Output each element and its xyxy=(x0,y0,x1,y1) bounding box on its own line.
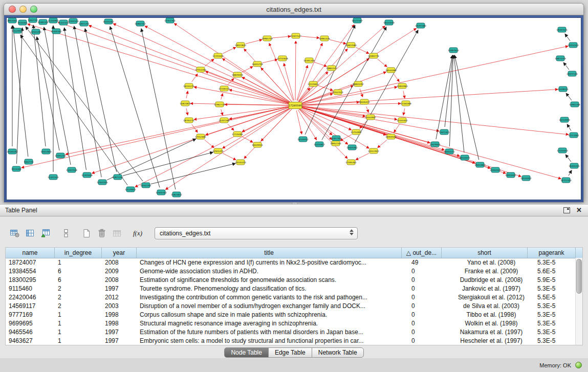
graph-node[interactable]: 14850963 xyxy=(397,83,408,89)
graph-node[interactable]: 16961426 xyxy=(319,36,330,41)
graph-node[interactable]: 11007547 xyxy=(290,33,301,38)
graph-node[interactable]: 15823584 xyxy=(345,42,357,48)
network-canvas[interactable]: 1724004615824871161552751755430012201637… xyxy=(6,17,581,200)
graph-node[interactable]: 12201638 xyxy=(81,172,93,178)
graph-node[interactable]: 15505163 xyxy=(156,190,167,195)
import-table-icon[interactable] xyxy=(39,227,52,240)
graph-node[interactable]: 15457404 xyxy=(331,136,342,141)
graph-node[interactable]: 13220651 xyxy=(308,81,319,86)
graph-node[interactable]: 13754902 xyxy=(351,129,362,135)
tab-node-table[interactable]: Node Table xyxy=(224,347,269,358)
graph-node[interactable]: 20072116 xyxy=(567,71,578,76)
table-row[interactable]: 1938455462009Genome-wide association stu… xyxy=(6,267,582,276)
column-header-year[interactable]: year xyxy=(102,248,137,258)
graph-node[interactable]: 15544402 xyxy=(397,118,408,123)
graph-node[interactable]: 12962722 xyxy=(214,102,225,107)
graph-node[interactable]: 17671421 xyxy=(439,129,450,135)
graph-node[interactable]: 19344541 xyxy=(490,167,501,172)
graph-node[interactable]: 15145012 xyxy=(297,137,309,142)
graph-node[interactable]: 12504104 xyxy=(68,18,79,24)
graph-node[interactable]: 16959503 xyxy=(385,134,397,139)
graph-node[interactable]: 14502290 xyxy=(30,29,41,34)
graph-node[interactable]: 18439551 xyxy=(252,142,263,147)
table-row[interactable]: 2242004622012Investigating the contribut… xyxy=(6,293,582,302)
graph-node[interactable]: 16046413 xyxy=(359,99,370,104)
graph-node[interactable]: 17726384 xyxy=(232,132,243,137)
graph-node[interactable]: 9462734 xyxy=(24,159,34,164)
graph-node[interactable]: 11250904 xyxy=(48,18,59,23)
graph-node[interactable]: 9155262 xyxy=(18,20,28,25)
merge-table-icon[interactable] xyxy=(111,227,124,240)
graph-node[interactable]: 17095461 xyxy=(345,160,357,165)
graph-node[interactable]: 14502291 xyxy=(140,183,151,188)
graph-node[interactable]: 18444105 xyxy=(569,163,580,168)
graph-node[interactable]: 13129931 xyxy=(12,28,23,33)
graph-node[interactable]: 8852461 xyxy=(8,18,17,23)
graph-node[interactable]: 19487624 xyxy=(448,48,459,53)
network-graph[interactable]: 1724004615824871161552751755430012201637… xyxy=(6,17,581,200)
graph-node[interactable]: 20438531 xyxy=(557,86,569,92)
graph-node[interactable]: 17113061 xyxy=(568,133,579,138)
close-window-button[interactable] xyxy=(9,6,16,13)
graph-node[interactable]: 18044172 xyxy=(444,149,455,154)
table-row[interactable]: 977716911998Corpus callosum shape and si… xyxy=(6,311,582,319)
graph-node[interactable]: 12925375 xyxy=(212,148,224,154)
graph-node[interactable]: 17210043 xyxy=(557,148,568,153)
graph-node[interactable]: 17246123 xyxy=(219,86,230,91)
graph-node[interactable]: 16055709 xyxy=(252,61,263,67)
graph-node[interactable]: 14512922 xyxy=(368,148,379,154)
graph-node[interactable]: 18172197 xyxy=(352,18,363,23)
graph-node[interactable]: 10391209 xyxy=(303,58,315,63)
graph-node[interactable]: 20145052 xyxy=(520,176,532,181)
graph-node[interactable]: 9462733 xyxy=(28,17,38,23)
graph-node[interactable]: 20160252 xyxy=(7,149,18,154)
window-titlebar[interactable]: citations_edges.txt xyxy=(4,3,584,15)
graph-node[interactable]: 9155260 xyxy=(12,166,21,171)
graph-node[interactable]: 15505162 xyxy=(51,29,62,34)
show-columns-icon[interactable] xyxy=(24,227,37,240)
delete-table-icon[interactable] xyxy=(95,227,108,240)
graph-node[interactable]: 18243039 xyxy=(383,20,395,25)
new-table-icon[interactable] xyxy=(80,227,93,240)
graph-node[interactable]: 12504105 xyxy=(97,180,108,185)
graph-node[interactable]: 10381209 xyxy=(37,19,49,25)
table-row[interactable]: 969969511998Structural magnetic resonanc… xyxy=(6,319,582,328)
graph-node[interactable]: 18844292 xyxy=(353,81,364,86)
table-row[interactable]: 1872400712008Changes of HCN gene express… xyxy=(6,258,582,267)
graph-node[interactable]: 14732618 xyxy=(277,56,288,61)
graph-node[interactable]: 19597024 xyxy=(556,27,568,32)
column-header-pagerank[interactable]: pagerank xyxy=(528,248,576,258)
graph-node[interactable]: 18544063 xyxy=(385,68,397,73)
graph-node[interactable]: 19105203 xyxy=(235,160,246,165)
graph-node[interactable]: 17452764 xyxy=(164,18,176,23)
graph-node[interactable]: 15544902 xyxy=(365,115,376,120)
column-header-in_degree[interactable]: in_degree xyxy=(55,248,102,258)
column-header-name[interactable]: name xyxy=(6,248,55,258)
table-settings-icon[interactable] xyxy=(8,227,21,240)
function-builder-icon[interactable]: f(x) xyxy=(131,227,144,240)
graph-node[interactable]: 18772104 xyxy=(560,178,572,183)
graph-node[interactable]: 12160468 xyxy=(400,101,411,106)
column-header-title[interactable]: title xyxy=(137,248,402,258)
graph-node[interactable]: 15824871 xyxy=(180,101,191,106)
graph-node[interactable]: 15991348 xyxy=(569,102,580,107)
graph-node[interactable]: 19874219 xyxy=(555,56,566,61)
graph-node[interactable]: 18952345 xyxy=(330,141,341,146)
table-row[interactable]: 911546021997Tourette syndrome. Phenomeno… xyxy=(6,285,582,293)
graph-node[interactable]: 10391210 xyxy=(55,153,66,158)
graph-node[interactable]: 18297380 xyxy=(415,23,426,28)
graph-node[interactable]: 18839059 xyxy=(232,72,243,77)
graph-node[interactable]: 15635062 xyxy=(346,145,358,150)
tab-network-table[interactable]: Network Table xyxy=(312,347,364,358)
graph-node[interactable]: 19861542 xyxy=(326,65,337,71)
close-panel-icon[interactable]: ✕ xyxy=(576,207,582,213)
graph-node[interactable]: 16210009 xyxy=(559,117,570,122)
graph-node[interactable]: 19754103 xyxy=(568,42,579,48)
graph-node[interactable]: 11007548 xyxy=(66,167,77,172)
column-header-out_de[interactable]: △ out_de... xyxy=(402,248,442,258)
table-row[interactable]: 1456911722003Disruption of a novel membe… xyxy=(6,302,582,311)
minimize-window-button[interactable] xyxy=(19,6,27,13)
tab-edge-table[interactable]: Edge Table xyxy=(268,347,312,358)
table-row[interactable]: 946362711997Embryonic stem cells: a mode… xyxy=(6,337,582,345)
graph-node[interactable]: 11431525 xyxy=(48,174,59,180)
